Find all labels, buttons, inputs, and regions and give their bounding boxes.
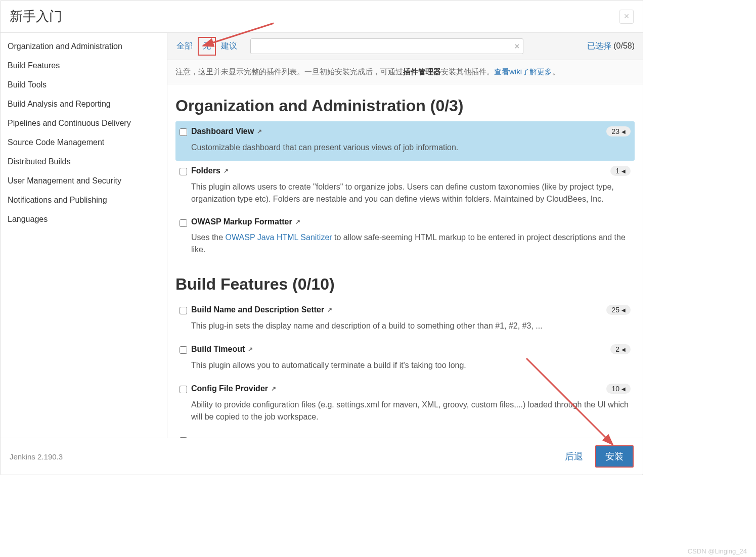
external-link-icon[interactable]: ↗ [224,167,229,174]
modal-header: 新手入门 × [1,1,643,33]
dependency-badge[interactable]: 25◀ [606,305,631,315]
tab-all[interactable]: 全部 [172,38,197,55]
section-title: Organization and Administration (0/3) [175,97,635,115]
notice-banner: 注意，这里并未显示完整的插件列表。一旦初始安装完成后，可通过插件管理器安装其他插… [167,60,643,84]
caret-left-icon: ◀ [621,347,626,352]
caret-left-icon: ◀ [621,168,626,174]
wiki-link[interactable]: 查看wiki了解更多 [494,67,552,76]
plugin-description: Ability to provide configuration files (… [191,399,631,423]
caret-left-icon: ◀ [621,307,626,313]
plugin-checkbox[interactable] [180,219,187,227]
caret-left-icon: ◀ [621,129,626,134]
search-clear-icon[interactable]: × [515,42,519,51]
plugin-checkbox[interactable] [180,307,187,314]
plugin-row[interactable]: OWASP Markup Formatter↗ Uses the OWASP J… [175,212,635,263]
plugin-checkbox[interactable] [180,386,187,393]
external-link-icon[interactable]: ↗ [248,346,253,353]
sidebar-item-distributed[interactable]: Distributed Builds [1,152,167,171]
search-wrapper: × [250,38,523,54]
plugin-title: Build Name and Description Setter↗ [191,305,332,314]
modal-dialog: 新手入门 × Organization and Administration B… [0,0,643,475]
external-link-icon[interactable]: ↗ [295,218,300,225]
dependency-badge[interactable]: 23◀ [606,126,631,136]
main-panel: 全部 无 建议 × 已选择 (0/58) 注意，这里并未显示完整的插件列表。一旦… [167,33,643,438]
plugin-title: Dashboard View↗ [191,127,262,136]
plugin-checkbox[interactable] [180,128,187,136]
plugin-checkbox[interactable] [180,168,187,175]
back-button[interactable]: 后退 [558,446,590,467]
version-label: Jenkins 2.190.3 [10,452,63,461]
plugin-row[interactable]: Build Timeout↗ 2◀ This plugin allows you… [175,339,635,379]
plugin-row[interactable]: Build Name and Description Setter↗ 25◀ T… [175,300,635,339]
dependency-badge[interactable]: 10◀ [606,384,631,394]
sanitizer-link[interactable]: OWASP Java HTML Sanitizer [226,233,332,242]
category-sidebar: Organization and Administration Build Fe… [1,33,167,438]
plugin-description: This plugin allows users to create "fold… [191,181,631,205]
plugin-description: This plugin allows you to automatically … [191,359,631,372]
caret-left-icon: ◀ [621,386,626,392]
plugin-row[interactable]: Folders↗ 1◀ This plugin allows users to … [175,161,635,212]
close-icon: × [624,11,630,22]
selected-count: 已选择 (0/58) [587,41,638,52]
plugin-title: Config File Provider↗ [191,384,276,393]
section-org-admin: Organization and Administration (0/3) Da… [167,84,643,263]
dependency-badge[interactable]: 1◀ [610,166,631,176]
selected-number: (0/58) [613,41,635,50]
sidebar-item-org-admin[interactable]: Organization and Administration [1,37,167,56]
close-button[interactable]: × [619,10,634,24]
modal-footer: Jenkins 2.190.3 后退 安装 [1,438,643,475]
modal-title: 新手入门 [10,8,62,25]
external-link-icon[interactable]: ↗ [257,128,262,135]
plugin-row-partial[interactable] [175,430,635,438]
section-title: Build Features (0/10) [175,275,635,294]
sidebar-item-scm[interactable]: Source Code Management [1,133,167,152]
selected-label: 已选择 [587,41,611,50]
plugin-row[interactable]: Dashboard View↗ 23◀ Customizable dashboa… [175,121,635,161]
sidebar-item-notifications[interactable]: Notifications and Publishing [1,191,167,210]
plugin-checkbox[interactable] [180,437,187,438]
plugin-description: Customizable dashboard that can present … [191,142,631,154]
plugin-description: Uses the OWASP Java HTML Sanitizer to al… [191,231,631,256]
plugin-title: Folders↗ [191,166,229,175]
plugin-row[interactable]: Config File Provider↗ 10◀ Ability to pro… [175,379,635,430]
sidebar-item-pipelines[interactable]: Pipelines and Continuous Delivery [1,114,167,133]
sidebar-item-build-analysis[interactable]: Build Analysis and Reporting [1,95,167,114]
plugin-list[interactable]: 注意，这里并未显示完整的插件列表。一旦初始安装完成后，可通过插件管理器安装其他插… [167,60,643,438]
search-input[interactable] [250,38,523,54]
tab-suggested[interactable]: 建议 [217,38,241,55]
plugin-title: OWASP Markup Formatter↗ [191,217,300,226]
external-link-icon[interactable]: ↗ [271,385,276,392]
sidebar-item-user-mgmt[interactable]: User Management and Security [1,171,167,191]
sidebar-item-build-features[interactable]: Build Features [1,56,167,75]
sidebar-item-build-tools[interactable]: Build Tools [1,75,167,95]
plugin-description: This plug-in sets the display name and d… [191,320,631,332]
dependency-badge[interactable]: 2◀ [610,344,631,354]
tab-none[interactable]: 无 [198,37,216,56]
sidebar-item-languages[interactable]: Languages [1,210,167,229]
filter-toolbar: 全部 无 建议 × 已选择 (0/58) [167,33,643,60]
install-button[interactable]: 安装 [595,445,634,468]
section-build-features: Build Features (0/10) Build Name and Des… [167,263,643,438]
modal-body: Organization and Administration Build Fe… [1,33,643,438]
plugin-title: Build Timeout↗ [191,345,253,354]
plugin-checkbox[interactable] [180,346,187,354]
external-link-icon[interactable]: ↗ [327,306,332,313]
